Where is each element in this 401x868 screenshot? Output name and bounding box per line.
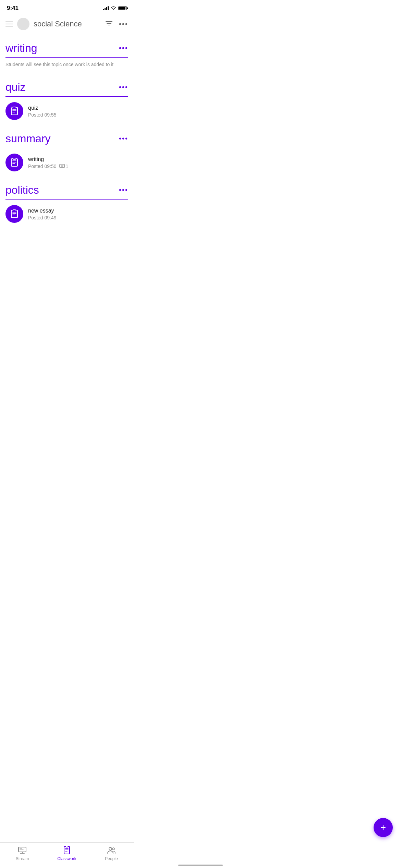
content-area: writing ••• Students will see this topic… (0, 35, 134, 228)
topic-header-politics: politics ••• (5, 177, 128, 199)
svg-rect-13 (13, 158, 16, 160)
status-time: 9:41 (7, 5, 19, 12)
svg-rect-8 (13, 107, 16, 108)
topic-more-quiz[interactable]: ••• (119, 83, 128, 91)
menu-icon[interactable] (5, 22, 13, 26)
header: social Science ••• (0, 14, 134, 35)
more-options-icon[interactable]: ••• (119, 20, 128, 28)
assignment-meta-quiz: Posted 09:55 (28, 112, 128, 118)
status-icons (103, 6, 127, 10)
topic-more-writing[interactable]: ••• (119, 44, 128, 52)
topic-header-summary: summary ••• (5, 125, 128, 148)
svg-rect-9 (11, 159, 17, 166)
svg-rect-3 (11, 107, 17, 115)
assignment-name-new-essay: new essay (28, 208, 128, 214)
topic-title-politics: politics (5, 184, 39, 196)
svg-rect-17 (11, 210, 17, 218)
topic-title-summary: summary (5, 132, 51, 145)
filter-icon[interactable] (105, 20, 113, 28)
page-title: social Science (34, 20, 82, 28)
assignment-icon-writing (5, 154, 23, 171)
topic-title-writing: writing (5, 42, 37, 55)
header-actions: ••• (105, 20, 128, 28)
avatar (17, 18, 29, 30)
topic-empty-message-writing: Students will see this topic once work i… (5, 58, 128, 74)
svg-point-7 (11, 107, 13, 108)
comment-indicator-writing: 1 (59, 164, 69, 169)
svg-rect-21 (13, 210, 16, 211)
assignment-icon-quiz (5, 102, 23, 120)
signal-icon (103, 6, 109, 10)
topic-section-writing: writing ••• Students will see this topic… (0, 35, 134, 74)
status-bar: 9:41 (0, 0, 134, 14)
assignment-icon-new-essay (5, 205, 23, 223)
assignment-name-writing: writing (28, 156, 128, 162)
topic-header-quiz: quiz ••• (5, 74, 128, 96)
assignment-info-writing: writing Posted 09:50 1 (28, 156, 128, 169)
assignment-info-quiz: quiz Posted 09:55 (28, 105, 128, 118)
topic-section-summary: summary ••• writing Posted 09:50 (0, 125, 134, 177)
assignment-item-quiz[interactable]: quiz Posted 09:55 (5, 97, 128, 125)
header-left: social Science (5, 18, 82, 30)
assignment-item-new-essay[interactable]: new essay Posted 09:49 (5, 200, 128, 228)
assignment-meta-new-essay: Posted 09:49 (28, 215, 128, 220)
battery-icon (118, 6, 127, 10)
assignment-info-new-essay: new essay Posted 09:49 (28, 208, 128, 220)
assignment-item-writing[interactable]: writing Posted 09:50 1 (5, 148, 128, 177)
topic-section-politics: politics ••• new essay Posted 09:49 (0, 177, 134, 228)
topic-more-summary[interactable]: ••• (119, 135, 128, 143)
wifi-icon (111, 6, 116, 10)
topic-title-quiz: quiz (5, 81, 26, 94)
topic-header-writing: writing ••• (5, 35, 128, 57)
assignment-meta-writing: Posted 09:50 1 (28, 164, 128, 169)
topic-section-quiz: quiz ••• quiz Posted 09:55 (0, 74, 134, 125)
topic-more-politics[interactable]: ••• (119, 186, 128, 194)
assignment-name-quiz: quiz (28, 105, 128, 111)
svg-rect-14 (60, 164, 64, 168)
